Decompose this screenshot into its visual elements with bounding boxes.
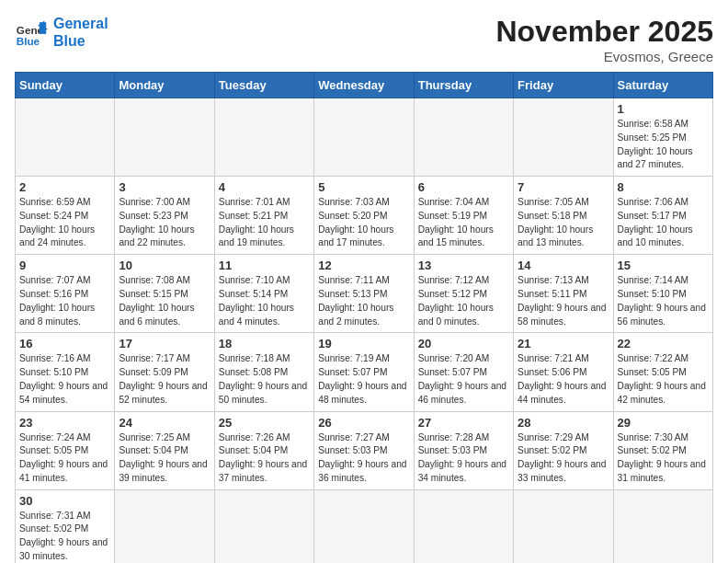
day-number: 28: [518, 416, 609, 430]
day-number: 29: [618, 416, 709, 430]
weekday-header-saturday: Saturday: [613, 73, 712, 98]
title-block: November 2025 Evosmos, Greece: [495, 15, 713, 64]
calendar-cell: 5Sunrise: 7:03 AM Sunset: 5:20 PM Daylig…: [314, 177, 414, 255]
calendar-cell: [214, 489, 313, 563]
day-info: Sunrise: 7:21 AM Sunset: 5:06 PM Dayligh…: [518, 352, 609, 407]
day-info: Sunrise: 7:13 AM Sunset: 5:11 PM Dayligh…: [518, 274, 609, 328]
day-number: 8: [618, 180, 709, 194]
weekday-header-row: SundayMondayTuesdayWednesdayThursdayFrid…: [16, 73, 713, 98]
day-info: Sunrise: 7:03 AM Sunset: 5:20 PM Dayligh…: [318, 196, 409, 250]
calendar-cell: 23Sunrise: 7:24 AM Sunset: 5:05 PM Dayli…: [16, 411, 115, 489]
calendar-cell: 3Sunrise: 7:00 AM Sunset: 5:23 PM Daylig…: [115, 177, 214, 255]
day-info: Sunrise: 7:04 AM Sunset: 5:19 PM Dayligh…: [418, 196, 509, 250]
day-info: Sunrise: 7:05 AM Sunset: 5:18 PM Dayligh…: [518, 196, 609, 250]
calendar-cell: [514, 98, 613, 177]
calendar-week-row-4: 16Sunrise: 7:16 AM Sunset: 5:10 PM Dayli…: [16, 333, 713, 411]
calendar-cell: [613, 489, 712, 563]
day-info: Sunrise: 7:29 AM Sunset: 5:02 PM Dayligh…: [518, 431, 609, 486]
calendar-cell: 29Sunrise: 7:30 AM Sunset: 5:02 PM Dayli…: [613, 411, 712, 489]
day-info: Sunrise: 7:30 AM Sunset: 5:02 PM Dayligh…: [618, 431, 709, 486]
logo-text: GeneralBlue: [53, 15, 108, 50]
day-info: Sunrise: 7:18 AM Sunset: 5:08 PM Dayligh…: [219, 352, 310, 407]
calendar-table: SundayMondayTuesdayWednesdayThursdayFrid…: [15, 72, 713, 563]
day-info: Sunrise: 7:12 AM Sunset: 5:12 PM Dayligh…: [418, 274, 509, 328]
day-info: Sunrise: 7:14 AM Sunset: 5:10 PM Dayligh…: [618, 274, 709, 328]
day-number: 7: [518, 180, 609, 194]
calendar-cell: [414, 489, 513, 563]
weekday-header-thursday: Thursday: [414, 73, 513, 98]
calendar-cell: [414, 98, 513, 177]
calendar-cell: 12Sunrise: 7:11 AM Sunset: 5:13 PM Dayli…: [314, 255, 414, 333]
calendar-cell: 11Sunrise: 7:10 AM Sunset: 5:14 PM Dayli…: [214, 255, 313, 333]
day-number: 17: [119, 337, 210, 350]
day-number: 1: [618, 102, 709, 116]
day-number: 26: [318, 416, 409, 430]
day-number: 10: [119, 259, 210, 272]
calendar-week-row-2: 2Sunrise: 6:59 AM Sunset: 5:24 PM Daylig…: [16, 177, 713, 255]
calendar-cell: 24Sunrise: 7:25 AM Sunset: 5:04 PM Dayli…: [115, 411, 214, 489]
calendar-cell: 20Sunrise: 7:20 AM Sunset: 5:07 PM Dayli…: [414, 333, 513, 411]
day-number: 11: [219, 259, 310, 272]
calendar-week-row-5: 23Sunrise: 7:24 AM Sunset: 5:05 PM Dayli…: [16, 411, 713, 489]
day-info: Sunrise: 7:20 AM Sunset: 5:07 PM Dayligh…: [418, 352, 509, 407]
day-info: Sunrise: 7:22 AM Sunset: 5:05 PM Dayligh…: [618, 352, 709, 407]
calendar-week-row-1: 1Sunrise: 6:58 AM Sunset: 5:25 PM Daylig…: [16, 98, 713, 177]
day-info: Sunrise: 7:06 AM Sunset: 5:17 PM Dayligh…: [618, 196, 709, 250]
day-info: Sunrise: 7:28 AM Sunset: 5:03 PM Dayligh…: [418, 431, 509, 486]
day-number: 13: [418, 259, 509, 272]
calendar-cell: 1Sunrise: 6:58 AM Sunset: 5:25 PM Daylig…: [613, 98, 712, 177]
calendar-cell: 4Sunrise: 7:01 AM Sunset: 5:21 PM Daylig…: [214, 177, 313, 255]
day-number: 21: [518, 337, 609, 350]
day-info: Sunrise: 7:00 AM Sunset: 5:23 PM Dayligh…: [119, 196, 210, 250]
calendar-cell: 7Sunrise: 7:05 AM Sunset: 5:18 PM Daylig…: [514, 177, 613, 255]
calendar-cell: 10Sunrise: 7:08 AM Sunset: 5:15 PM Dayli…: [115, 255, 214, 333]
calendar-cell: 14Sunrise: 7:13 AM Sunset: 5:11 PM Dayli…: [514, 255, 613, 333]
calendar-cell: 28Sunrise: 7:29 AM Sunset: 5:02 PM Dayli…: [514, 411, 613, 489]
calendar-cell: 17Sunrise: 7:17 AM Sunset: 5:09 PM Dayli…: [115, 333, 214, 411]
day-info: Sunrise: 7:26 AM Sunset: 5:04 PM Dayligh…: [219, 431, 310, 486]
day-number: 4: [219, 180, 310, 194]
day-info: Sunrise: 7:27 AM Sunset: 5:03 PM Dayligh…: [318, 431, 409, 486]
day-info: Sunrise: 7:25 AM Sunset: 5:04 PM Dayligh…: [119, 431, 210, 486]
day-number: 12: [318, 259, 409, 272]
day-info: Sunrise: 7:19 AM Sunset: 5:07 PM Dayligh…: [318, 352, 409, 407]
calendar-cell: [214, 98, 313, 177]
day-number: 18: [219, 337, 310, 350]
day-info: Sunrise: 7:17 AM Sunset: 5:09 PM Dayligh…: [119, 352, 210, 407]
calendar-cell: 27Sunrise: 7:28 AM Sunset: 5:03 PM Dayli…: [414, 411, 513, 489]
day-number: 20: [418, 337, 509, 350]
calendar-cell: [314, 489, 414, 563]
calendar-cell: [314, 98, 414, 177]
calendar-cell: 21Sunrise: 7:21 AM Sunset: 5:06 PM Dayli…: [514, 333, 613, 411]
day-info: Sunrise: 6:58 AM Sunset: 5:25 PM Dayligh…: [618, 118, 709, 172]
calendar-cell: 6Sunrise: 7:04 AM Sunset: 5:19 PM Daylig…: [414, 177, 513, 255]
day-info: Sunrise: 7:16 AM Sunset: 5:10 PM Dayligh…: [19, 352, 110, 407]
calendar-cell: [115, 489, 214, 563]
day-info: Sunrise: 7:31 AM Sunset: 5:02 PM Dayligh…: [19, 510, 110, 563]
location: Evosmos, Greece: [495, 49, 713, 64]
day-number: 30: [19, 494, 110, 508]
calendar-cell: 19Sunrise: 7:19 AM Sunset: 5:07 PM Dayli…: [314, 333, 414, 411]
day-number: 22: [618, 337, 709, 350]
calendar-cell: 22Sunrise: 7:22 AM Sunset: 5:05 PM Dayli…: [613, 333, 712, 411]
calendar-cell: 18Sunrise: 7:18 AM Sunset: 5:08 PM Dayli…: [214, 333, 313, 411]
day-info: Sunrise: 7:08 AM Sunset: 5:15 PM Dayligh…: [119, 274, 210, 328]
calendar-week-row-3: 9Sunrise: 7:07 AM Sunset: 5:16 PM Daylig…: [16, 255, 713, 333]
calendar-cell: 13Sunrise: 7:12 AM Sunset: 5:12 PM Dayli…: [414, 255, 513, 333]
calendar-cell: 8Sunrise: 7:06 AM Sunset: 5:17 PM Daylig…: [613, 177, 712, 255]
month-title: November 2025: [495, 15, 713, 49]
calendar-cell: 30Sunrise: 7:31 AM Sunset: 5:02 PM Dayli…: [16, 489, 115, 563]
weekday-header-wednesday: Wednesday: [314, 73, 414, 98]
logo-icon: General Blue: [15, 16, 48, 49]
day-info: Sunrise: 6:59 AM Sunset: 5:24 PM Dayligh…: [19, 196, 110, 250]
day-number: 6: [418, 180, 509, 194]
calendar-cell: 26Sunrise: 7:27 AM Sunset: 5:03 PM Dayli…: [314, 411, 414, 489]
day-info: Sunrise: 7:24 AM Sunset: 5:05 PM Dayligh…: [19, 431, 110, 486]
day-number: 19: [318, 337, 409, 350]
day-number: 3: [119, 180, 210, 194]
day-info: Sunrise: 7:01 AM Sunset: 5:21 PM Dayligh…: [219, 196, 310, 250]
calendar-cell: 15Sunrise: 7:14 AM Sunset: 5:10 PM Dayli…: [613, 255, 712, 333]
day-info: Sunrise: 7:10 AM Sunset: 5:14 PM Dayligh…: [219, 274, 310, 328]
day-number: 2: [19, 180, 110, 194]
calendar-cell: 25Sunrise: 7:26 AM Sunset: 5:04 PM Dayli…: [214, 411, 313, 489]
